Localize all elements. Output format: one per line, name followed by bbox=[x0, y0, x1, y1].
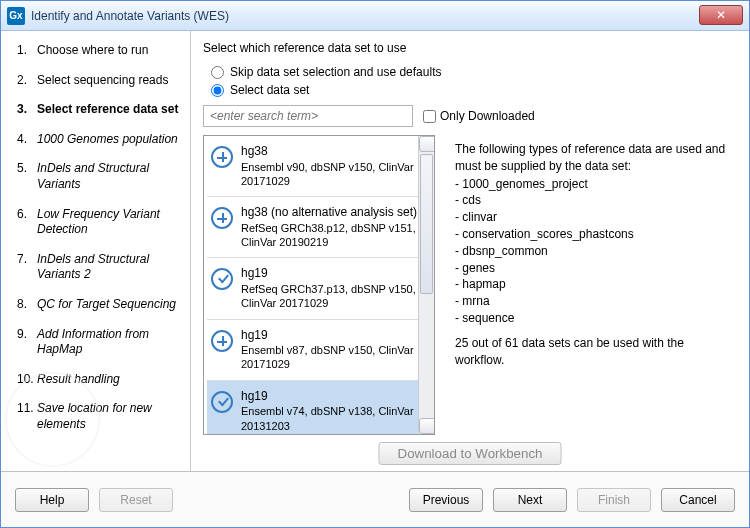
radio-select-input[interactable] bbox=[211, 84, 224, 97]
step-number: 4. bbox=[17, 132, 37, 148]
info-item: 1000_genomes_project bbox=[455, 176, 733, 193]
previous-button[interactable]: Previous bbox=[409, 488, 483, 512]
info-item: mrna bbox=[455, 293, 733, 310]
step-number: 5. bbox=[17, 161, 37, 192]
titlebar: Gx Identify and Annotate Variants (WES) … bbox=[1, 1, 749, 31]
radio-skip[interactable]: Skip data set selection and use defaults bbox=[211, 65, 735, 79]
only-downloaded-label: Only Downloaded bbox=[440, 109, 535, 123]
wizard-step[interactable]: 3.Select reference data set bbox=[17, 102, 180, 118]
only-downloaded-checkbox[interactable] bbox=[423, 110, 436, 123]
ref-item[interactable]: hg19Ensembl v87, dbSNP v150, ClinVar 201… bbox=[207, 320, 434, 381]
close-button[interactable]: ✕ bbox=[699, 5, 743, 25]
check-icon bbox=[211, 391, 233, 413]
ref-text: hg38 (no alternative analysis set)RefSeq… bbox=[241, 205, 428, 249]
info-intro: The following types of reference data ar… bbox=[455, 141, 733, 175]
step-number: 9. bbox=[17, 327, 37, 358]
step-label: 1000 Genomes population bbox=[37, 132, 178, 148]
only-downloaded[interactable]: Only Downloaded bbox=[423, 109, 535, 123]
step-label: InDels and Structural Variants 2 bbox=[37, 252, 180, 283]
step-label: Low Frequency Variant Detection bbox=[37, 207, 180, 238]
step-label: Select sequencing reads bbox=[37, 73, 168, 89]
info-item: sequence bbox=[455, 310, 733, 327]
scrollbar[interactable]: ▲ ▼ bbox=[418, 136, 434, 434]
info-item: hapmap bbox=[455, 276, 733, 293]
wizard-step[interactable]: 7.InDels and Structural Variants 2 bbox=[17, 252, 180, 283]
wizard-step[interactable]: 2.Select sequencing reads bbox=[17, 73, 180, 89]
step-label: Add Information from HapMap bbox=[37, 327, 180, 358]
reset-button[interactable]: Reset bbox=[99, 488, 173, 512]
radio-skip-label: Skip data set selection and use defaults bbox=[230, 65, 441, 79]
wizard-step[interactable]: 8.QC for Target Sequencing bbox=[17, 297, 180, 313]
plus-icon bbox=[211, 207, 233, 229]
search-input[interactable] bbox=[203, 105, 413, 127]
wizard-step[interactable]: 9.Add Information from HapMap bbox=[17, 327, 180, 358]
cancel-button[interactable]: Cancel bbox=[661, 488, 735, 512]
next-button[interactable]: Next bbox=[493, 488, 567, 512]
main-panel: Select which reference data set to use S… bbox=[191, 31, 749, 471]
check-icon bbox=[211, 268, 233, 290]
info-item: clinvar bbox=[455, 209, 733, 226]
ref-text: hg19Ensembl v74, dbSNP v138, ClinVar 201… bbox=[241, 389, 428, 433]
step-label: InDels and Structural Variants bbox=[37, 161, 180, 192]
main-heading: Select which reference data set to use bbox=[203, 41, 735, 55]
step-number: 8. bbox=[17, 297, 37, 313]
ref-subtitle: Ensembl v74, dbSNP v138, ClinVar 2013120… bbox=[241, 404, 428, 433]
ref-item[interactable]: hg19RefSeq GRCh37.p13, dbSNP v150, ClinV… bbox=[207, 258, 434, 319]
info-item: genes bbox=[455, 260, 733, 277]
step-number: 2. bbox=[17, 73, 37, 89]
step-label: Select reference data set bbox=[37, 102, 178, 118]
wizard-sidebar: 1.Choose where to run2.Select sequencing… bbox=[1, 31, 191, 471]
app-icon: Gx bbox=[7, 7, 25, 25]
step-label: Choose where to run bbox=[37, 43, 148, 59]
info-item: cds bbox=[455, 192, 733, 209]
ref-title: hg19 bbox=[241, 266, 428, 282]
wizard-step[interactable]: 5.InDels and Structural Variants bbox=[17, 161, 180, 192]
help-button[interactable]: Help bbox=[15, 488, 89, 512]
info-item: dbsnp_common bbox=[455, 243, 733, 260]
step-number: 1. bbox=[17, 43, 37, 59]
finish-button[interactable]: Finish bbox=[577, 488, 651, 512]
ref-item[interactable]: hg19Ensembl v74, dbSNP v138, ClinVar 201… bbox=[207, 381, 434, 434]
ref-text: hg19RefSeq GRCh37.p13, dbSNP v150, ClinV… bbox=[241, 266, 428, 310]
ref-subtitle: Ensembl v87, dbSNP v150, ClinVar 2017102… bbox=[241, 343, 428, 372]
ref-subtitle: Ensembl v90, dbSNP v150, ClinVar 2017102… bbox=[241, 160, 428, 189]
download-button[interactable]: Download to Workbench bbox=[379, 442, 562, 465]
plus-icon bbox=[211, 330, 233, 352]
close-icon: ✕ bbox=[716, 8, 726, 22]
scroll-down[interactable]: ▼ bbox=[419, 418, 435, 434]
ref-item[interactable]: hg38 (no alternative analysis set)RefSeq… bbox=[207, 197, 434, 258]
ref-title: hg38 bbox=[241, 144, 428, 160]
plus-icon bbox=[211, 146, 233, 168]
window-title: Identify and Annotate Variants (WES) bbox=[31, 9, 229, 23]
scroll-up[interactable]: ▲ bbox=[419, 136, 435, 152]
info-panel: The following types of reference data ar… bbox=[435, 135, 735, 435]
watermark bbox=[5, 372, 100, 467]
info-item: conservation_scores_phastcons bbox=[455, 226, 733, 243]
ref-subtitle: RefSeq GRCh38.p12, dbSNP v151, ClinVar 2… bbox=[241, 221, 428, 250]
wizard-step[interactable]: 6.Low Frequency Variant Detection bbox=[17, 207, 180, 238]
ref-title: hg38 (no alternative analysis set) bbox=[241, 205, 428, 221]
ref-item[interactable]: hg38Ensembl v90, dbSNP v150, ClinVar 201… bbox=[207, 136, 434, 197]
radio-select-label: Select data set bbox=[230, 83, 309, 97]
ref-text: hg19Ensembl v87, dbSNP v150, ClinVar 201… bbox=[241, 328, 428, 372]
ref-subtitle: RefSeq GRCh37.p13, dbSNP v150, ClinVar 2… bbox=[241, 282, 428, 311]
scroll-thumb[interactable] bbox=[420, 154, 433, 294]
step-number: 7. bbox=[17, 252, 37, 283]
footer: Help Reset Previous Next Finish Cancel bbox=[1, 471, 749, 527]
step-number: 3. bbox=[17, 102, 37, 118]
info-summary: 25 out of 61 data sets can be used with … bbox=[455, 335, 733, 369]
step-number: 6. bbox=[17, 207, 37, 238]
info-list: 1000_genomes_projectcdsclinvarconservati… bbox=[455, 176, 733, 327]
ref-text: hg38Ensembl v90, dbSNP v150, ClinVar 201… bbox=[241, 144, 428, 188]
reference-listbox[interactable]: hg38Ensembl v90, dbSNP v150, ClinVar 201… bbox=[203, 135, 435, 435]
radio-select[interactable]: Select data set bbox=[211, 83, 735, 97]
wizard-step[interactable]: 4.1000 Genomes population bbox=[17, 132, 180, 148]
step-label: QC for Target Sequencing bbox=[37, 297, 176, 313]
wizard-step[interactable]: 1.Choose where to run bbox=[17, 43, 180, 59]
ref-title: hg19 bbox=[241, 389, 428, 405]
ref-title: hg19 bbox=[241, 328, 428, 344]
radio-skip-input[interactable] bbox=[211, 66, 224, 79]
